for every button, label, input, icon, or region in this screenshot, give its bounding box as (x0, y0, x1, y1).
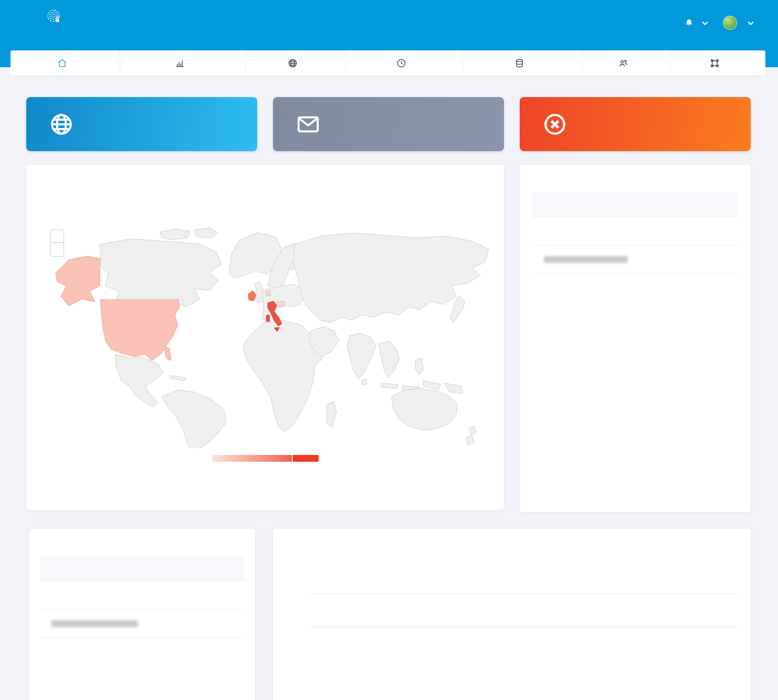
top-volume-table (40, 557, 245, 638)
alerts-menu[interactable] (685, 18, 708, 28)
libraesva-logo (19, 7, 61, 24)
map-country-alaska (56, 256, 100, 306)
fingerprint-icon (46, 8, 61, 24)
map-card-title (26, 165, 504, 181)
stats-row (26, 97, 751, 151)
home-icon (57, 58, 67, 68)
database-icon (514, 58, 524, 68)
user-menu[interactable] (723, 16, 754, 30)
globe-icon (288, 58, 298, 68)
dmarc-failures-map-card (26, 165, 504, 510)
tab-users[interactable] (583, 50, 670, 76)
map-country-netherlands (266, 291, 270, 296)
stat-card-domains[interactable] (26, 97, 257, 151)
clock-icon (396, 58, 406, 68)
top-dmarc-failures-card (520, 165, 751, 512)
chevron-down-icon (702, 21, 708, 25)
map-zoom-in-button[interactable] (50, 229, 64, 243)
domain-cell-redacted (532, 256, 651, 263)
main-navigation (10, 50, 765, 76)
users-icon (618, 58, 628, 68)
map-country-sardinia (266, 315, 270, 322)
domain-cell-redacted (40, 620, 159, 627)
top-failures-title (520, 165, 751, 181)
redacted-domain (51, 620, 138, 627)
map-country-austria (276, 301, 285, 307)
tab-dmarc-reports[interactable] (120, 50, 246, 76)
top-volume-title (29, 529, 255, 545)
stat-card-failures[interactable] (520, 97, 751, 151)
x-circle-icon (543, 112, 567, 136)
top-email-volume-card (29, 529, 255, 700)
tab-dashboard[interactable] (10, 50, 120, 76)
map-country-usa (100, 300, 180, 360)
bell-icon (685, 18, 693, 28)
map-color-legend (213, 455, 319, 466)
bar-chart-icon (175, 58, 185, 68)
tenants-frame-icon (710, 58, 720, 68)
table-row[interactable] (532, 246, 738, 274)
world-map[interactable] (37, 222, 493, 448)
chevron-down-icon (748, 21, 754, 25)
tab-managed-dns[interactable] (463, 50, 583, 76)
tab-tenants[interactable] (670, 50, 765, 76)
avatar (723, 16, 737, 30)
table-row[interactable] (40, 610, 245, 638)
redacted-domain (544, 256, 628, 263)
table-row[interactable] (532, 217, 738, 246)
legend-gradient-bar (213, 455, 319, 462)
gridline (311, 627, 739, 627)
globe-icon (49, 112, 73, 136)
tab-dns-timeline[interactable] (346, 50, 463, 76)
top-failures-table (532, 193, 738, 274)
volume-chart-title (273, 529, 751, 546)
envelope-icon (296, 112, 320, 136)
map-zoom-out-button[interactable] (50, 243, 64, 257)
gridline (311, 593, 739, 594)
tab-domains[interactable] (246, 50, 346, 76)
table-row[interactable] (40, 581, 245, 610)
volume-chart-card (273, 529, 751, 700)
stat-card-volume[interactable] (273, 97, 504, 151)
